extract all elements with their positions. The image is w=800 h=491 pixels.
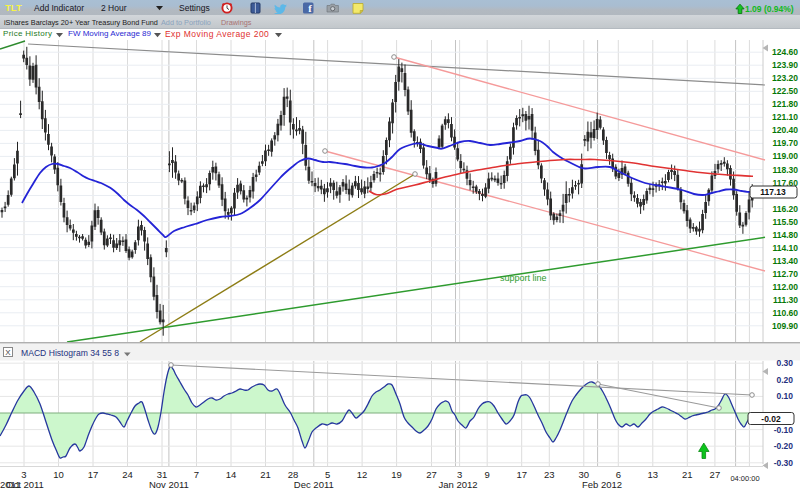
svg-text:X: X xyxy=(5,348,11,357)
svg-text:124.60: 124.60 xyxy=(772,47,798,57)
svg-text:12: 12 xyxy=(357,469,368,480)
svg-text:109.90: 109.90 xyxy=(772,321,798,331)
svg-text:f: f xyxy=(308,3,312,14)
svg-text:122.50: 122.50 xyxy=(772,86,798,96)
svg-text:17: 17 xyxy=(516,469,527,480)
svg-text:Feb 2012: Feb 2012 xyxy=(582,479,622,490)
svg-text:04:00:00: 04:00:00 xyxy=(730,474,759,483)
svg-text:-0.30: -0.30 xyxy=(774,458,794,468)
svg-text:0.30: 0.30 xyxy=(776,358,793,368)
svg-text:17: 17 xyxy=(88,469,99,480)
svg-text:113.40: 113.40 xyxy=(772,256,798,266)
svg-text:19: 19 xyxy=(391,469,402,480)
svg-text:123.20: 123.20 xyxy=(772,73,798,83)
svg-text:116.20: 116.20 xyxy=(772,204,798,214)
svg-text:MACD Histogram 34 55 8: MACD Histogram 34 55 8 xyxy=(21,348,119,358)
svg-text:112.00: 112.00 xyxy=(772,282,798,292)
svg-text:111.30: 111.30 xyxy=(773,295,798,305)
svg-text:123.90: 123.90 xyxy=(772,60,798,70)
svg-text:119.70: 119.70 xyxy=(772,138,798,148)
svg-text:110.60: 110.60 xyxy=(772,308,798,318)
svg-text:0.10: 0.10 xyxy=(776,391,793,401)
svg-text:115.50: 115.50 xyxy=(772,217,798,227)
svg-text:120.40: 120.40 xyxy=(772,125,798,135)
svg-text:9: 9 xyxy=(485,469,490,480)
svg-text:121.80: 121.80 xyxy=(772,99,798,109)
svg-text:24: 24 xyxy=(122,469,133,480)
svg-text:13: 13 xyxy=(648,469,659,480)
svg-text:Dec 2011: Dec 2011 xyxy=(294,479,334,490)
svg-text:114.10: 114.10 xyxy=(772,243,798,253)
svg-text:support line: support line xyxy=(500,273,547,283)
svg-text:0.20: 0.20 xyxy=(776,375,793,385)
svg-text:121.10: 121.10 xyxy=(772,112,798,122)
svg-text:23: 23 xyxy=(544,469,555,480)
svg-text:14: 14 xyxy=(226,469,237,480)
svg-text:21: 21 xyxy=(682,469,693,480)
svg-text:-0.02: -0.02 xyxy=(761,414,781,424)
svg-text:Nov 2011: Nov 2011 xyxy=(149,479,189,490)
svg-text:-0.10: -0.10 xyxy=(774,425,794,435)
svg-text:10: 10 xyxy=(53,469,64,480)
svg-text:119.00: 119.00 xyxy=(772,151,798,161)
svg-text:27: 27 xyxy=(426,469,437,480)
svg-text:21: 21 xyxy=(260,469,271,480)
svg-text:7: 7 xyxy=(194,469,199,480)
svg-text:114.80: 114.80 xyxy=(772,230,798,240)
svg-text:-0.20: -0.20 xyxy=(774,441,794,451)
svg-text:Oct 2011: Oct 2011 xyxy=(6,479,44,490)
svg-text:117.13: 117.13 xyxy=(760,187,786,197)
svg-text:112.70: 112.70 xyxy=(772,269,798,279)
svg-text:Jan 2012: Jan 2012 xyxy=(438,479,477,490)
svg-text:27: 27 xyxy=(710,469,721,480)
svg-text:118.30: 118.30 xyxy=(772,165,798,175)
